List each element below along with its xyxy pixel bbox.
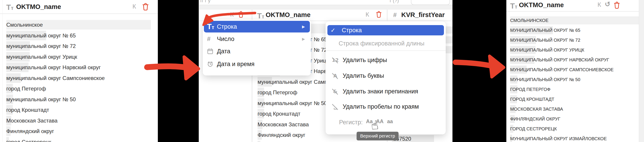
cell-text: муниципальный округ Нарвский округ — [6, 62, 158, 72]
list-item[interactable]: МУНИЦИПАЛЬНЫЙ ОКРУГ САМПСОНИЕВСКОЕ — [506, 65, 644, 74]
left-column-card: Tт OKTMO_name К Смольнинское муници — [0, 0, 158, 142]
submenu-item-label: Строка фиксированной длины — [338, 40, 424, 47]
list-item[interactable]: МОСКОВСКАЯ ЗАСТАВА — [506, 105, 644, 113]
list-item[interactable]: Финляндский округ — [0, 126, 158, 136]
screenshot-canvas: Tт OKTMO_name К Смольнинское муници — [0, 0, 644, 142]
submenu-item-label: Удалить знаки препинания — [343, 88, 418, 95]
scrollbar-gutter[interactable] — [639, 0, 644, 142]
submenu-item-label: Удалить пробелы по краям — [343, 103, 419, 110]
string-type-icon[interactable]: Tт — [257, 12, 264, 20]
number-type-icon[interactable]: # — [393, 12, 397, 18]
key-badge[interactable]: К — [366, 11, 369, 18]
list-item[interactable]: ФИНЛЯНДСКИЙ ОКРУГ — [506, 115, 644, 123]
right-column-header: Tт OKTMO_name К ↺ — [506, 0, 644, 12]
cell-text: ГОРОД КРОНШТАДТ — [510, 95, 644, 104]
submenu-item-label: Удалить цифры — [343, 57, 387, 64]
list-item[interactable]: город Кронштадт — [0, 105, 158, 115]
key-badge[interactable]: К — [230, 11, 234, 18]
undo-button[interactable]: ↺ — [605, 1, 610, 8]
submenu-item-remove-letters[interactable]: А Удалить буквы — [328, 71, 444, 81]
cell-text: МУНИЦИПАЛЬНЫЙ ОКРУГ ИЗМАЙЛОВСКОЕ — [510, 134, 644, 142]
menu-item-date[interactable]: Дата — [204, 46, 310, 57]
column-title: OKTMO_name — [519, 1, 564, 9]
cell-text: ГОРОД СЕСТРОРЕЦК — [510, 125, 644, 133]
submenu-item-remove-digits[interactable]: 12 Удалить цифры — [328, 55, 444, 65]
string-type-icon[interactable]: Tт — [510, 2, 517, 10]
menu-item-label: Дата и время — [217, 61, 254, 68]
cell-text: МУНИЦИПАЛЬНЫЙ ОКРУГ САМПСОНИЕВСКОЕ — [510, 65, 644, 74]
left-value-list: Смольнинское муниципальный округ № 65 му… — [0, 14, 158, 142]
cell-text: муниципальный округ № 50 — [6, 94, 158, 104]
middle-column-header: Tт OKTMO_name К — [252, 10, 387, 21]
left-column-header: Tт OKTMO_name К — [0, 0, 158, 14]
delete-column-button[interactable] — [614, 1, 620, 9]
trash-icon — [376, 11, 382, 18]
cell-text: город Кронштадт — [6, 105, 158, 115]
undo-icon: ↺ — [605, 0, 610, 8]
list-item[interactable]: МУНИЦИПАЛЬНЫЙ ОКРУГ УРИЦК — [506, 46, 644, 54]
cell-text: муниципальный округ Сампсониевское — [6, 73, 158, 83]
calendar-icon — [207, 48, 217, 54]
submenu-item-string[interactable]: ✓ Строка — [328, 25, 444, 35]
string-submenu: ✓ Строка Строка фиксированной длины 12 У… — [326, 21, 446, 134]
list-item[interactable]: ГОРОД ПЕТЕРГОФ — [506, 85, 644, 94]
list-item[interactable]: ГОРОД СЕСТРОРЕЦК — [506, 125, 644, 133]
remove-digits-icon: 12 — [331, 57, 340, 63]
list-item[interactable]: муниципальный округ № 65 — [0, 30, 158, 40]
toolbar-text-fragment: п т у — [200, 0, 210, 3]
list-item[interactable]: Смольнинское — [0, 20, 158, 30]
trash-icon — [614, 1, 620, 9]
list-item[interactable]: МУНИЦИПАЛЬНЫЙ ОКРУГ № 65 — [506, 26, 644, 34]
list-item[interactable]: муниципальный округ № 50 — [0, 94, 158, 104]
list-item[interactable]: СМОЛЬНИНСКОЕ — [506, 16, 644, 25]
delete-column-button[interactable] — [142, 3, 149, 11]
menu-item-string[interactable]: Tт Строка ▶ — [204, 21, 310, 32]
case-lower-button[interactable]: аа — [387, 119, 393, 125]
column-title: KVR_firstYear — [401, 11, 444, 18]
list-item[interactable]: муниципальный округ Урицк — [0, 52, 158, 62]
cell-text: муниципальный округ № 65 — [6, 30, 158, 40]
toolbar-card-corner — [411, 0, 450, 5]
menu-item-label: Число — [217, 36, 234, 43]
delete-column-button[interactable] — [376, 11, 382, 18]
column-title: OKTMO_name — [266, 11, 310, 18]
cell-text: город Сестрорецк — [258, 141, 387, 142]
list-item[interactable]: муниципальный округ № 72 — [0, 41, 158, 51]
list-item[interactable]: МУНИЦИПАЛЬНЫЙ ОКРУГ ИЗМАЙЛОВСКОЕ — [506, 134, 644, 142]
string-type-icon[interactable]: Tт — [6, 3, 14, 11]
cell-text: ФИНЛЯНДСКИЙ ОКРУГ — [510, 115, 644, 123]
list-item[interactable]: МУНИЦИПАЛЬНЫЙ ОКРУГ НАРВСКИЙ ОКРУГ — [506, 56, 644, 64]
submenu-item-fixed-string[interactable]: Строка фиксированной длины — [328, 38, 444, 49]
list-item[interactable]: ГОРОД КРОНШТАДТ — [506, 95, 644, 104]
cell-text: город Сестрорецк — [6, 137, 158, 142]
key-badge[interactable]: К — [132, 3, 136, 10]
partial-column-header: К — [199, 10, 252, 21]
list-item[interactable]: город Сестрорецк — [252, 141, 387, 142]
list-item[interactable]: МУНИЦИПАЛЬНЫЙ ОКРУГ № 50 — [506, 75, 644, 84]
cell-text: ГОРОД ПЕТЕРГОФ — [510, 85, 644, 94]
list-item[interactable]: муниципальный округ Нарвский округ — [0, 62, 158, 72]
case-label: Регистр: — [339, 119, 363, 126]
list-item[interactable]: муниципальный округ Сампсониевское — [0, 73, 158, 83]
cropped-toolbar-strip: п т у т (?) — [199, 0, 452, 5]
cell-text: МУНИЦИПАЛЬНЫЙ ОКРУГ № 50 — [510, 75, 644, 84]
remove-punctuation-icon: & — [331, 89, 340, 94]
list-item[interactable]: Московская Застава — [0, 116, 158, 126]
menu-divider — [326, 50, 446, 51]
arrow-right-gap — [456, 56, 504, 77]
list-item[interactable]: город Сестрорецк — [0, 137, 158, 142]
list-item[interactable]: город Петергоф — [0, 84, 158, 94]
menu-item-datetime[interactable]: Дата и время — [204, 58, 310, 70]
submenu-item-label: Строка — [342, 27, 362, 34]
submenu-item-trim-spaces[interactable]: ␣ Удалить пробелы по краям — [328, 102, 444, 112]
delete-column-button[interactable] — [238, 11, 244, 18]
tooltip-upper-case: Верхний регистр — [356, 132, 398, 141]
key-badge[interactable]: К — [598, 1, 601, 8]
clock-icon — [207, 61, 217, 67]
submenu-arrow-icon: ▶ — [302, 24, 305, 29]
menu-item-number[interactable]: # Число ▶ — [204, 34, 310, 44]
cell-text: город Петергоф — [6, 84, 158, 94]
submenu-item-remove-punctuation[interactable]: & Удалить знаки препинания — [328, 86, 444, 97]
number-type-icon: # — [207, 36, 217, 42]
list-item[interactable]: МУНИЦИПАЛЬНЫЙ ОКРУГ № 72 — [506, 36, 644, 44]
